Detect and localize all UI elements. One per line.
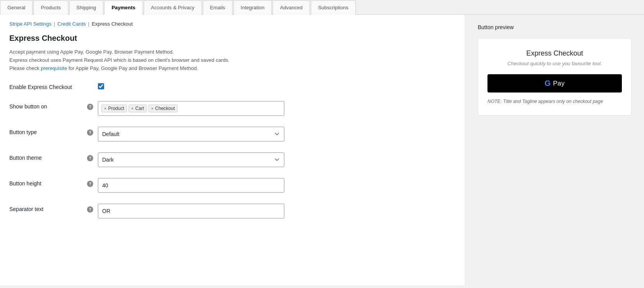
tag-checkout[interactable]: ×Checkout bbox=[148, 105, 178, 112]
page-title: Express Checkout bbox=[9, 34, 456, 43]
tag-product[interactable]: ×Product bbox=[101, 105, 127, 112]
tag-label-checkout: Checkout bbox=[155, 106, 175, 111]
tab-general[interactable]: General bbox=[0, 0, 33, 15]
separator-text-control bbox=[98, 204, 456, 218]
description-line3-suffix: for Apple Pay, Google Pay and Browser Pa… bbox=[67, 65, 198, 71]
preview-note: NOTE: Title and Tagline appears only on … bbox=[487, 99, 622, 104]
tabs-bar: GeneralProductsShippingPaymentsAccounts … bbox=[0, 0, 644, 15]
separator-text-help-icon[interactable]: ? bbox=[87, 206, 93, 213]
separator-text-label: Separator text bbox=[9, 204, 87, 212]
button-theme-row: Button theme ? DarkLightOutline bbox=[9, 152, 456, 167]
show-button-label: Show button on bbox=[9, 101, 87, 110]
description-line1: Accept payment using Apple Pay, Google P… bbox=[9, 48, 456, 56]
separator-text-help: ? bbox=[87, 204, 98, 213]
tab-payments[interactable]: Payments bbox=[104, 0, 143, 15]
tab-emails[interactable]: Emails bbox=[203, 0, 233, 15]
separator-text-row: Separator text ? bbox=[9, 204, 456, 218]
breadcrumb-credit-cards[interactable]: Credit Cards bbox=[57, 21, 86, 27]
page-description: Accept payment using Apple Pay, Google P… bbox=[9, 48, 456, 72]
show-button-control: ×Product×Cart×Checkout bbox=[98, 101, 456, 116]
button-theme-select[interactable]: DarkLightOutline bbox=[98, 152, 284, 167]
tag-remove-checkout[interactable]: × bbox=[151, 106, 153, 111]
tag-label-product: Product bbox=[108, 106, 124, 111]
button-type-label: Button type bbox=[9, 127, 87, 135]
enable-express-label: Enable Express Checkout bbox=[9, 82, 87, 90]
tab-products[interactable]: Products bbox=[33, 0, 68, 15]
button-height-help: ? bbox=[87, 178, 98, 187]
button-theme-help: ? bbox=[87, 152, 98, 161]
button-type-select[interactable]: DefaultBuyDonateBook bbox=[98, 127, 284, 141]
show-button-tags-input[interactable]: ×Product×Cart×Checkout bbox=[98, 101, 284, 116]
tag-remove-product[interactable]: × bbox=[104, 106, 106, 111]
prerequisite-link[interactable]: prerequisite bbox=[41, 65, 67, 71]
tag-cart[interactable]: ×Cart bbox=[129, 105, 147, 112]
tab-subscriptions[interactable]: Subscriptions bbox=[311, 0, 356, 15]
button-type-row: Button type ? DefaultBuyDonateBook bbox=[9, 127, 456, 141]
separator-text-input[interactable] bbox=[98, 204, 284, 218]
preview-label: Button preview bbox=[478, 24, 632, 30]
breadcrumb-separator-1: | bbox=[54, 21, 55, 27]
google-g-icon: G bbox=[545, 79, 551, 88]
show-button-help: ? bbox=[87, 101, 98, 110]
button-type-help: ? bbox=[87, 127, 98, 136]
tab-advanced[interactable]: Advanced bbox=[273, 0, 310, 15]
button-height-input[interactable] bbox=[98, 178, 284, 193]
description-line3: Please check prerequisite for Apple Pay,… bbox=[9, 65, 456, 73]
gpay-button[interactable]: G Pay bbox=[487, 74, 622, 93]
tab-integration[interactable]: Integration bbox=[233, 0, 272, 15]
breadcrumb: Stripe API Settings | Credit Cards | Exp… bbox=[9, 21, 456, 27]
button-theme-help-icon[interactable]: ? bbox=[87, 155, 93, 161]
show-button-row: Show button on ? ×Product×Cart×Checkout bbox=[9, 101, 456, 116]
button-theme-control: DarkLightOutline bbox=[98, 152, 456, 167]
breadcrumb-current: Express Checkout bbox=[92, 21, 133, 27]
button-theme-label: Button theme bbox=[9, 152, 87, 161]
enable-express-checkbox[interactable] bbox=[98, 83, 104, 89]
preview-title: Express Checkout bbox=[487, 49, 622, 58]
breadcrumb-separator-2: | bbox=[88, 21, 89, 27]
button-height-label: Button height bbox=[9, 178, 87, 187]
gpay-pay-text: Pay bbox=[553, 80, 565, 87]
button-type-control: DefaultBuyDonateBook bbox=[98, 127, 456, 141]
show-button-help-icon[interactable]: ? bbox=[87, 104, 93, 110]
button-height-help-icon[interactable]: ? bbox=[87, 181, 93, 187]
button-type-help-icon[interactable]: ? bbox=[87, 129, 93, 136]
preview-box: Express Checkout Checkout quickly to use… bbox=[478, 38, 632, 115]
tag-label-cart: Cart bbox=[135, 106, 144, 111]
enable-express-row: Enable Express Checkout bbox=[9, 82, 456, 90]
preview-panel: Button preview Express Checkout Checkout… bbox=[465, 15, 644, 285]
button-height-control bbox=[98, 178, 456, 193]
tab-shipping[interactable]: Shipping bbox=[69, 0, 104, 15]
enable-express-help bbox=[87, 82, 98, 84]
enable-express-control bbox=[98, 82, 456, 89]
description-line3-prefix: Please check bbox=[9, 65, 41, 71]
button-height-row: Button height ? bbox=[9, 178, 456, 193]
description-line2: Express checkout uses Payment Request AP… bbox=[9, 56, 456, 65]
enable-express-checkbox-wrap bbox=[98, 82, 456, 89]
main-panel: Stripe API Settings | Credit Cards | Exp… bbox=[0, 15, 465, 285]
breadcrumb-stripe-api[interactable]: Stripe API Settings bbox=[9, 21, 51, 27]
content-area: Stripe API Settings | Credit Cards | Exp… bbox=[0, 15, 644, 285]
preview-tagline: Checkout quickly to use you favourite to… bbox=[487, 61, 622, 66]
tag-remove-cart[interactable]: × bbox=[131, 106, 134, 111]
tab-accounts-privacy[interactable]: Accounts & Privacy bbox=[144, 0, 202, 15]
